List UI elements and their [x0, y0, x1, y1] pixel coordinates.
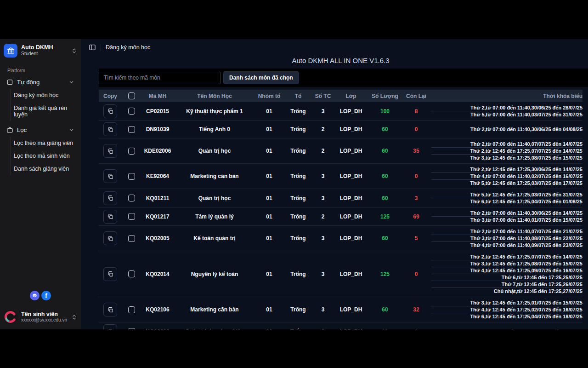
course-class: LOP_DH	[333, 195, 369, 201]
schedule-line: Thứ 4,từ 12:45 đến 17:25,02/07/25 đến 16…	[431, 306, 582, 313]
copy-button[interactable]	[103, 210, 117, 224]
schedule-line: Thứ 4,từ 07:00 đến 11:40,02/07/25 đến 16…	[431, 173, 582, 180]
select-cell	[122, 126, 141, 132]
sidebar-item[interactable]: Danh sách giảng viên	[11, 162, 81, 175]
schedule-line: Thứ 3,từ 07:00 đến 11:40,01/07/25 đến 15…	[431, 217, 582, 223]
row-checkbox[interactable]	[128, 235, 135, 242]
course-capacity: 125	[369, 271, 401, 277]
schedule-line: Thứ 6,từ 12:45 đến 17:25,04/07/25 đến 01…	[431, 198, 582, 205]
select-all-checkbox[interactable]	[128, 92, 135, 99]
course-unit: Trống	[283, 173, 313, 179]
schedule-line: Thứ 2,từ 12:45 đến 17:25,07/07/25 đến 14…	[431, 148, 582, 155]
main-area: Đăng ký môn học Auto DKMH ALL IN ONE V1.…	[81, 39, 588, 329]
row-checkbox[interactable]	[128, 328, 135, 329]
copy-button[interactable]	[103, 122, 117, 136]
course-class: LOP_DH	[333, 173, 369, 179]
copy-button[interactable]	[103, 104, 117, 118]
course-group: 01	[255, 328, 283, 329]
facebook-icon[interactable]: f	[41, 291, 51, 300]
table-row: KQ01217Tâm lý quản lý01Trống2LOP_DH12569…	[99, 207, 582, 226]
copy-cell	[99, 190, 122, 207]
topbar: Đăng ký môn học	[81, 39, 588, 56]
sidebar-item[interactable]: Lọc theo mã sinh viên	[11, 150, 81, 162]
course-class: LOP_DH	[333, 306, 369, 313]
copy-button[interactable]	[103, 231, 117, 245]
page-title: Auto DKMH ALL IN ONE V1.6.3	[99, 57, 582, 66]
sidebar-toggle-button[interactable]	[89, 44, 96, 51]
copy-button[interactable]	[103, 169, 117, 183]
row-checkbox[interactable]	[128, 195, 135, 201]
row-checkbox[interactable]	[128, 126, 135, 133]
course-class: LOP_DH	[333, 235, 369, 242]
course-credits: 3	[313, 328, 333, 329]
search-input[interactable]	[99, 72, 220, 84]
course-code: KE92064	[141, 173, 174, 179]
select-cell	[122, 195, 141, 201]
course-remaining: 32	[401, 306, 431, 313]
col-class: Lớp	[333, 93, 369, 99]
table-row: KQ01211Quản trị học01Trống3LOP_DH603Thứ …	[99, 189, 582, 207]
discord-icon[interactable]	[30, 291, 40, 300]
row-checkbox[interactable]	[128, 173, 135, 180]
course-code: CP02015	[141, 108, 174, 115]
course-group: 01	[255, 195, 283, 201]
sidebar-submenu-filter: Lọc theo mã giảng viênLọc theo mã sinh v…	[11, 137, 81, 175]
course-remaining: 5	[401, 235, 431, 242]
schedule-cell: Thứ 6,từ 12:45 đến 17:25,04/07/25 đến 01…	[431, 326, 582, 329]
schedule-line: Thứ 2,từ 07:00 đến 11:40,07/07/25 đến 21…	[431, 228, 582, 235]
copy-button[interactable]	[103, 324, 117, 329]
workspace-role: Student	[21, 51, 68, 57]
schedule-line: Thứ 7,từ 12:45 đến 17:25,26/07/25	[431, 281, 582, 288]
course-class: LOP_DH	[333, 126, 369, 132]
course-unit: Trống	[283, 328, 313, 329]
avatar	[4, 310, 17, 324]
copy-icon	[107, 328, 113, 330]
workspace-switcher[interactable]: Auto DKMH Student	[0, 39, 81, 61]
table-row: KQ02014Nguyên lý kế toán01Trống3LOP_DH12…	[99, 251, 582, 297]
schedule-stack: Thứ 2,từ 07:00 đến 11:40,30/06/25 đến 04…	[431, 124, 582, 135]
sidebar-item[interactable]: Đánh giá kết quả rèn luyện	[11, 102, 81, 121]
copy-cell	[99, 142, 122, 160]
breadcrumb: Đăng ký môn học	[106, 44, 150, 51]
chevron-down-icon	[68, 127, 74, 133]
sidebar-group-filter[interactable]: Lọc	[0, 123, 81, 137]
schedule-cell: Thứ 2,từ 07:00 đến 11:40,30/06/25 đến 04…	[431, 124, 582, 135]
table-body: CP02015Kỹ thuật thực phẩm 101Trống3LOP_D…	[99, 102, 582, 329]
sidebar-item[interactable]: Đăng ký môn học	[11, 89, 81, 102]
row-checkbox[interactable]	[128, 270, 135, 277]
copy-button[interactable]	[103, 303, 117, 316]
selected-courses-button[interactable]: Danh sách môn đã chọn	[223, 71, 299, 84]
col-capacity: Số Lượng	[369, 93, 401, 99]
schedule-line: Thứ 2,từ 07:00 đến 11:40,30/06/25 đến 14…	[431, 210, 582, 217]
copy-icon	[107, 108, 113, 114]
schedule-stack: Thứ 2,từ 12:45 đến 17:25,07/07/25 đến 14…	[431, 251, 582, 297]
copy-icon	[107, 213, 113, 219]
course-code: DN91039	[141, 126, 174, 132]
course-code: KQ02014	[141, 271, 174, 277]
row-checkbox[interactable]	[128, 108, 135, 115]
sidebar-item[interactable]: Lọc theo mã giảng viên	[11, 137, 81, 150]
copy-button[interactable]	[103, 191, 117, 205]
row-checkbox[interactable]	[128, 213, 135, 220]
schedule-cell: Thứ 2,từ 07:00 đến 11:40,30/06/25 đến 14…	[431, 207, 582, 225]
copy-cell	[99, 208, 122, 225]
sidebar: Auto DKMH Student Platform Tự động Đăng …	[0, 39, 81, 329]
col-select	[122, 92, 141, 99]
course-credits: 3	[313, 195, 333, 201]
col-code: Mã MH	[141, 93, 174, 99]
chevron-down-icon	[68, 79, 74, 85]
copy-button[interactable]	[103, 267, 117, 281]
course-remaining: 0	[401, 126, 431, 132]
sidebar-group-automation[interactable]: Tự động	[0, 75, 81, 89]
user-menu[interactable]: Tên sinh viên xxxxxx@sv.xxx.edu.vn	[0, 306, 81, 329]
course-credits: 3	[313, 108, 333, 115]
row-checkbox[interactable]	[128, 148, 135, 155]
schedule-stack: Thứ 2,từ 12:45 đến 17:25,30/06/25 đến 14…	[431, 164, 582, 189]
row-checkbox[interactable]	[128, 306, 135, 313]
copy-button[interactable]	[103, 144, 117, 158]
col-group: Nhóm tổ	[255, 93, 283, 99]
course-remaining: 0	[401, 271, 431, 277]
sidebar-submenu-automation: Đăng ký môn họcĐánh giá kết quả rèn luyệ…	[11, 89, 81, 121]
schedule-cell: Thứ 2,từ 07:00 đến 11:40,30/06/25 đến 28…	[431, 102, 582, 120]
course-remaining: 0	[401, 328, 431, 329]
